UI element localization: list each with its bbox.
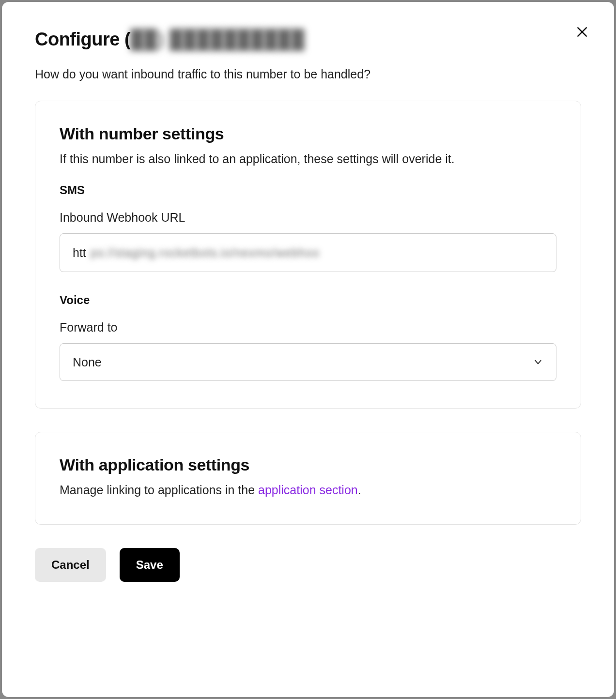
cancel-button[interactable]: Cancel <box>35 548 106 582</box>
inbound-webhook-input-wrap: ps://staging.rocketbots.io/nexmo/webhoo <box>60 233 556 272</box>
sms-heading: SMS <box>60 183 556 197</box>
application-settings-card: With application settings Manage linking… <box>35 432 581 525</box>
application-settings-description: Manage linking to applications in the ap… <box>60 483 556 497</box>
application-settings-title: With application settings <box>60 456 556 474</box>
inbound-webhook-label: Inbound Webhook URL <box>60 211 556 225</box>
number-settings-card: With number settings If this number is a… <box>35 101 581 409</box>
close-button[interactable] <box>571 21 593 43</box>
forward-to-select-wrap: None <box>60 343 556 381</box>
forward-to-select[interactable]: None <box>60 343 556 381</box>
forward-to-label: Forward to <box>60 320 556 334</box>
dialog-subtitle: How do you want inbound traffic to this … <box>35 67 581 81</box>
number-settings-title: With number settings <box>60 124 556 143</box>
dialog-actions: Cancel Save <box>35 548 581 582</box>
application-section-link[interactable]: application section <box>258 483 358 497</box>
configure-number-dialog: Configure (██) ██████████ How do you wan… <box>2 2 614 697</box>
voice-heading: Voice <box>60 293 556 307</box>
title-redacted-number: ██) ██████████ <box>130 29 305 49</box>
close-icon <box>576 26 588 38</box>
title-prefix: Configure ( <box>35 29 130 49</box>
inbound-webhook-input[interactable] <box>60 233 556 272</box>
save-button[interactable]: Save <box>120 548 180 582</box>
dialog-title: Configure (██) ██████████ <box>35 29 581 50</box>
number-settings-description: If this number is also linked to an appl… <box>60 152 556 166</box>
